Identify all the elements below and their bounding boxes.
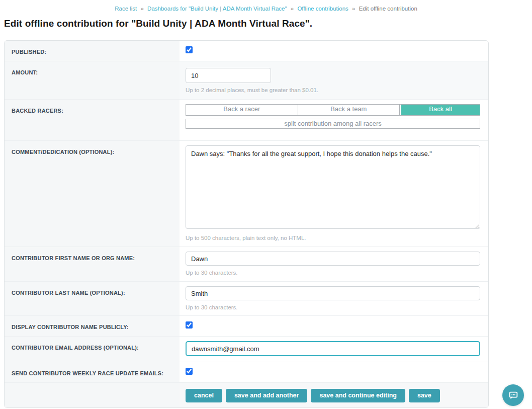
comment-textarea[interactable]: Dawn says: "Thanks for all the great sup… <box>186 145 480 229</box>
weekly-emails-checkbox[interactable] <box>186 368 193 375</box>
row-backed-racers: BACKED RACERS: Back a racer Back a team … <box>5 100 488 141</box>
published-label: PUBLISHED: <box>12 49 46 55</box>
last-name-help-text: Up to 30 characters. <box>186 304 480 310</box>
backed-racers-label-cell: BACKED RACERS: <box>5 100 180 140</box>
comment-help-text: Up to 500 characters, plain text only, n… <box>186 235 480 241</box>
tab-back-all-selected[interactable]: Back all <box>401 105 480 115</box>
breadcrumb-dashboards[interactable]: Dashboards for "Build Unity | ADA Month … <box>147 6 287 12</box>
comment-label-cell: COMMENT/DEDICATION (OPTIONAL): <box>5 141 180 247</box>
email-content-cell <box>180 337 488 362</box>
comment-label: COMMENT/DEDICATION (OPTIONAL): <box>12 149 114 155</box>
row-first-name: CONTRIBUTOR FIRST NAME OR ORG NAME: Up t… <box>5 247 488 282</box>
row-email: CONTRIBUTOR EMAIL ADDRESS (OPTIONAL): <box>5 337 488 362</box>
split-contribution-option[interactable]: split contribution among all racers <box>186 119 480 129</box>
last-name-input[interactable] <box>186 286 480 300</box>
first-name-label-cell: CONTRIBUTOR FIRST NAME OR ORG NAME: <box>5 247 180 281</box>
amount-label: AMOUNT: <box>12 69 38 75</box>
save-button[interactable]: save <box>409 389 440 402</box>
backed-racers-label: BACKED RACERS: <box>12 108 63 114</box>
save-and-add-another-button[interactable]: save and add another <box>226 389 308 402</box>
published-label-cell: PUBLISHED: <box>5 41 180 61</box>
last-name-label: CONTRIBUTOR LAST NAME (OPTIONAL): <box>12 290 125 296</box>
breadcrumb: Race list » Dashboards for "Build Unity … <box>0 0 532 12</box>
breadcrumb-current: Edit offline contribution <box>359 6 417 12</box>
last-name-content-cell: Up to 30 characters. <box>180 282 488 315</box>
edit-contribution-form: PUBLISHED: AMOUNT: Up to 2 decimal place… <box>4 40 489 408</box>
actions-content-cell: cancel save and add another save and con… <box>180 383 488 407</box>
weekly-emails-label-cell: SEND CONTRIBUTOR WEEKLY RACE UPDATE EMAI… <box>5 362 180 382</box>
page-title: Edit offline contribution for "Build Uni… <box>4 18 532 29</box>
amount-input[interactable] <box>186 68 271 83</box>
first-name-content-cell: Up to 30 characters. <box>180 247 488 281</box>
display-publicly-content-cell <box>180 316 488 336</box>
email-label-cell: CONTRIBUTOR EMAIL ADDRESS (OPTIONAL): <box>5 337 180 362</box>
last-name-label-cell: CONTRIBUTOR LAST NAME (OPTIONAL): <box>5 282 180 315</box>
weekly-emails-content-cell <box>180 362 488 382</box>
published-content-cell <box>180 41 488 61</box>
row-amount: AMOUNT: Up to 2 decimal places, must be … <box>5 61 488 100</box>
tab-back-a-racer[interactable]: Back a racer <box>186 105 298 115</box>
save-and-continue-editing-button[interactable]: save and continue editing <box>311 389 405 402</box>
row-actions: cancel save and add another save and con… <box>5 383 488 407</box>
cancel-button[interactable]: cancel <box>186 389 222 402</box>
breadcrumb-separator: » <box>141 6 144 12</box>
backed-racers-content-cell: Back a racer Back a team Back all split … <box>180 100 488 140</box>
breadcrumb-separator: » <box>291 6 294 12</box>
breadcrumb-separator: » <box>352 6 355 12</box>
backed-racers-tab-group: Back a racer Back a team Back all <box>186 104 480 116</box>
actions-label-cell <box>5 383 180 407</box>
breadcrumb-offline-contributions[interactable]: Offline contributions <box>297 6 348 12</box>
display-publicly-label: DISPLAY CONTRIBUTOR NAME PUBLICLY: <box>12 324 129 330</box>
weekly-emails-label: SEND CONTRIBUTOR WEEKLY RACE UPDATE EMAI… <box>12 370 163 376</box>
first-name-label: CONTRIBUTOR FIRST NAME OR ORG NAME: <box>12 255 135 261</box>
first-name-input[interactable] <box>186 252 480 266</box>
display-publicly-label-cell: DISPLAY CONTRIBUTOR NAME PUBLICLY: <box>5 316 180 336</box>
breadcrumb-race-list[interactable]: Race list <box>115 6 137 12</box>
chat-bubble-icon <box>508 390 519 401</box>
amount-help-text: Up to 2 decimal places, must be greater … <box>186 87 480 93</box>
comment-content-cell: Dawn says: "Thanks for all the great sup… <box>180 141 488 247</box>
email-label: CONTRIBUTOR EMAIL ADDRESS (OPTIONAL): <box>12 345 139 351</box>
amount-content-cell: Up to 2 decimal places, must be greater … <box>180 61 488 99</box>
row-last-name: CONTRIBUTOR LAST NAME (OPTIONAL): Up to … <box>5 282 488 316</box>
first-name-help-text: Up to 30 characters. <box>186 270 480 276</box>
email-input[interactable] <box>186 341 480 356</box>
chat-fab-button[interactable] <box>502 384 524 406</box>
tab-back-a-team[interactable]: Back a team <box>298 105 400 115</box>
amount-label-cell: AMOUNT: <box>5 61 180 99</box>
published-checkbox[interactable] <box>186 46 193 53</box>
row-published: PUBLISHED: <box>5 41 488 61</box>
row-comment: COMMENT/DEDICATION (OPTIONAL): Dawn says… <box>5 141 488 247</box>
display-publicly-checkbox[interactable] <box>186 321 193 329</box>
row-display-publicly: DISPLAY CONTRIBUTOR NAME PUBLICLY: <box>5 316 488 337</box>
row-weekly-emails: SEND CONTRIBUTOR WEEKLY RACE UPDATE EMAI… <box>5 362 488 383</box>
